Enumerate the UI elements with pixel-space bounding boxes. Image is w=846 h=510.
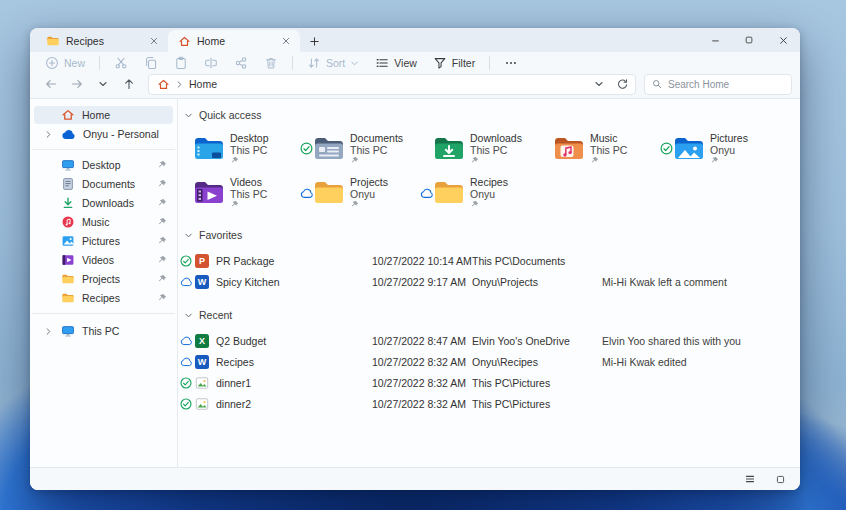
pin-icon: [710, 156, 748, 166]
sidebar-item-this-pc[interactable]: This PC: [34, 322, 173, 340]
share-icon: [234, 56, 248, 70]
filter-button[interactable]: Filter: [426, 53, 482, 73]
tile-recipes[interactable]: RecipesOnyu: [420, 173, 540, 213]
excel-file-icon: X: [195, 334, 216, 348]
view-button[interactable]: View: [368, 53, 424, 73]
new-button[interactable]: New: [38, 53, 92, 73]
sidebar-item-home[interactable]: Home: [34, 106, 173, 124]
back-button[interactable]: [40, 74, 62, 94]
copy-button[interactable]: [137, 53, 165, 73]
file-row-q2-budget[interactable]: X Q2 Budget 10/27/2022 8:47 AM Elvin Yoo…: [180, 330, 800, 351]
file-row-dinner2[interactable]: dinner2 10/27/2022 8:32 AM This PC\Pictu…: [180, 393, 800, 414]
pin-icon: [350, 200, 388, 210]
sidebar-item-recipes[interactable]: Recipes: [34, 289, 173, 307]
tile-location: This PC: [350, 144, 387, 156]
search-input[interactable]: [668, 79, 785, 90]
sidebar-item-desktop[interactable]: Desktop: [34, 156, 173, 174]
share-button[interactable]: [227, 53, 255, 73]
file-name: Spicy Kitchen: [216, 276, 372, 288]
minimize-button[interactable]: [698, 28, 732, 52]
pin-icon: [157, 274, 167, 284]
collapse-chevron-icon[interactable]: [184, 231, 193, 240]
music-note-icon: [61, 215, 75, 229]
tile-name: Pictures: [710, 132, 748, 144]
large-icons-view-toggle[interactable]: [770, 470, 790, 488]
breadcrumb[interactable]: Home: [189, 78, 217, 90]
rename-button[interactable]: [197, 53, 225, 73]
plus-circle-icon: [45, 56, 59, 70]
breadcrumb-chevron-icon: [175, 80, 184, 89]
sidebar-item-videos[interactable]: Videos: [34, 251, 173, 269]
sidebar-item-pictures[interactable]: Pictures: [34, 232, 173, 250]
new-tab-button[interactable]: [306, 33, 322, 49]
copy-icon: [144, 56, 158, 70]
maximize-button[interactable]: [732, 28, 766, 52]
collapse-chevron-icon[interactable]: [184, 111, 193, 120]
sidebar-item-label: Desktop: [82, 159, 150, 171]
paste-button[interactable]: [167, 53, 195, 73]
view-list-icon: [375, 56, 389, 70]
sidebar-item-downloads[interactable]: Downloads: [34, 194, 173, 212]
favorites-header[interactable]: Favorites: [180, 229, 800, 241]
image-file-icon: [195, 376, 216, 390]
expand-chevron-icon[interactable]: [44, 130, 54, 139]
expand-chevron-icon[interactable]: [44, 327, 54, 336]
sidebar-item-projects[interactable]: Projects: [34, 270, 173, 288]
search-box: [644, 74, 792, 95]
tile-projects[interactable]: ProjectsOnyu: [300, 173, 420, 213]
tile-documents[interactable]: DocumentsThis PC: [300, 129, 420, 169]
separator: [292, 56, 293, 70]
details-view-toggle[interactable]: [740, 470, 760, 488]
tab-home[interactable]: Home: [168, 30, 300, 52]
close-tab-icon[interactable]: [146, 33, 162, 49]
sidebar-item-label: Pictures: [82, 235, 150, 247]
file-row-pr-package[interactable]: P PR Package 10/27/2022 10:14 AM This PC…: [180, 250, 800, 271]
tab-recipes[interactable]: Recipes: [36, 30, 168, 52]
tile-videos[interactable]: VideosThis PC: [180, 173, 300, 213]
pin-icon: [470, 200, 508, 210]
clipboard-icon: [174, 56, 188, 70]
tile-downloads[interactable]: DownloadsThis PC: [420, 129, 540, 169]
file-date: 10/27/2022 8:47 AM: [372, 335, 472, 347]
refresh-button[interactable]: [613, 74, 631, 94]
file-row-dinner1[interactable]: dinner1 10/27/2022 8:32 AM This PC\Pictu…: [180, 372, 800, 393]
sync-cloud-icon: [300, 188, 313, 201]
documents-folder-icon: [313, 133, 345, 165]
sidebar-item-music[interactable]: Music: [34, 213, 173, 231]
content-pane: Quick access DesktopThis PC DocumentsThi…: [178, 99, 800, 467]
tile-pictures[interactable]: PicturesOnyu: [660, 129, 780, 169]
recent-locations-chevron[interactable]: [92, 74, 114, 94]
sidebar-item-label: Documents: [82, 178, 150, 190]
tile-music[interactable]: MusicThis PC: [540, 129, 660, 169]
tile-name: Desktop: [230, 132, 269, 144]
quick-access-header[interactable]: Quick access: [180, 109, 800, 121]
file-name: dinner2: [216, 398, 372, 410]
close-tab-icon[interactable]: [278, 33, 294, 49]
more-options-button[interactable]: [497, 53, 525, 73]
sync-check-icon: [180, 377, 195, 389]
sidebar-item-onedrive[interactable]: Onyu - Personal: [34, 125, 173, 143]
file-date: 10/27/2022 10:14 AM: [372, 255, 472, 267]
forward-button[interactable]: [66, 74, 88, 94]
tile-desktop[interactable]: DesktopThis PC: [180, 129, 300, 169]
pin-icon: [157, 236, 167, 246]
close-button[interactable]: [766, 28, 800, 52]
up-button[interactable]: [118, 74, 140, 94]
cut-button[interactable]: [107, 53, 135, 73]
tile-name: Music: [590, 132, 617, 144]
sort-button[interactable]: Sort: [300, 53, 366, 73]
address-bar[interactable]: Home: [148, 74, 636, 95]
address-dropdown-chevron[interactable]: [590, 74, 608, 94]
file-row-spicy-kitchen[interactable]: W Spicy Kitchen 10/27/2022 9:17 AM Onyu\…: [180, 271, 800, 292]
file-location: Elvin Yoo's OneDrive: [472, 335, 602, 347]
desktop-folder-icon: [193, 133, 225, 165]
favorites-rows: P PR Package 10/27/2022 10:14 AM This PC…: [180, 250, 800, 292]
collapse-chevron-icon[interactable]: [184, 311, 193, 320]
file-row-recipes-doc[interactable]: W Recipes 10/27/2022 8:32 AM Onyu\Recipe…: [180, 351, 800, 372]
tile-location: Onyu: [470, 188, 495, 200]
sidebar-item-documents[interactable]: Documents: [34, 175, 173, 193]
delete-button[interactable]: [257, 53, 285, 73]
videos-icon: [61, 253, 75, 267]
file-location: Onyu\Projects: [472, 276, 602, 288]
recent-header[interactable]: Recent: [180, 309, 800, 321]
